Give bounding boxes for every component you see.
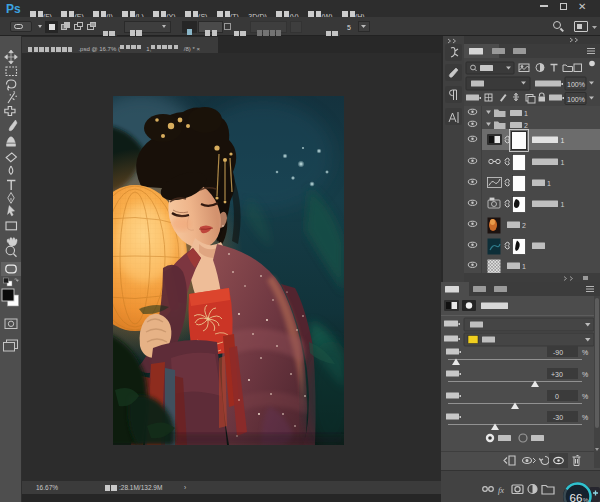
svg-text:1: 1 — [524, 110, 528, 117]
svg-text:2: 2 — [524, 122, 528, 129]
svg-text:0: 0 — [555, 393, 559, 400]
svg-text:+30: +30 — [551, 371, 563, 378]
svg-text:100%: 100% — [567, 96, 585, 103]
svg-text:1: 1 — [561, 159, 565, 166]
svg-text:1: 1 — [561, 201, 565, 208]
svg-text:-30: -30 — [553, 414, 563, 421]
svg-text:%: % — [582, 349, 588, 356]
svg-text:fx: fx — [498, 485, 504, 495]
svg-text:1: 1 — [561, 137, 565, 144]
svg-text:66: 66 — [570, 492, 583, 502]
svg-text:%: % — [582, 414, 588, 421]
svg-text:1: 1 — [522, 263, 526, 270]
svg-text:%: % — [583, 497, 589, 502]
svg-text:-90: -90 — [553, 349, 563, 356]
svg-text:%: % — [582, 393, 588, 400]
svg-text:100%: 100% — [567, 81, 585, 88]
svg-text:2: 2 — [522, 222, 526, 229]
svg-text:%: % — [582, 371, 588, 378]
svg-text:1: 1 — [547, 180, 551, 187]
